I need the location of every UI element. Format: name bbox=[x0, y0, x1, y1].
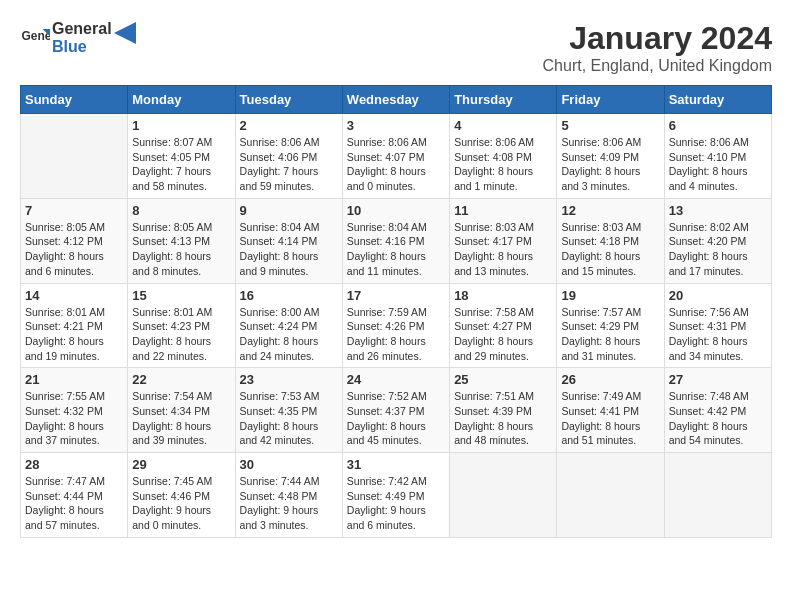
day-number: 7 bbox=[25, 203, 123, 218]
day-info: Sunrise: 8:01 AMSunset: 4:23 PMDaylight:… bbox=[132, 305, 230, 364]
day-number: 17 bbox=[347, 288, 445, 303]
day-info: Sunrise: 7:49 AMSunset: 4:41 PMDaylight:… bbox=[561, 389, 659, 448]
calendar-cell: 5Sunrise: 8:06 AMSunset: 4:09 PMDaylight… bbox=[557, 114, 664, 199]
day-number: 23 bbox=[240, 372, 338, 387]
calendar-cell: 23Sunrise: 7:53 AMSunset: 4:35 PMDayligh… bbox=[235, 368, 342, 453]
day-info: Sunrise: 8:05 AMSunset: 4:12 PMDaylight:… bbox=[25, 220, 123, 279]
day-number: 2 bbox=[240, 118, 338, 133]
calendar-week-row: 21Sunrise: 7:55 AMSunset: 4:32 PMDayligh… bbox=[21, 368, 772, 453]
day-number: 6 bbox=[669, 118, 767, 133]
calendar-cell: 13Sunrise: 8:02 AMSunset: 4:20 PMDayligh… bbox=[664, 198, 771, 283]
calendar-cell: 11Sunrise: 8:03 AMSunset: 4:17 PMDayligh… bbox=[450, 198, 557, 283]
day-number: 22 bbox=[132, 372, 230, 387]
day-info: Sunrise: 8:06 AMSunset: 4:06 PMDaylight:… bbox=[240, 135, 338, 194]
calendar-cell bbox=[450, 453, 557, 538]
calendar-cell: 21Sunrise: 7:55 AMSunset: 4:32 PMDayligh… bbox=[21, 368, 128, 453]
weekday-header-sunday: Sunday bbox=[21, 86, 128, 114]
weekday-header-monday: Monday bbox=[128, 86, 235, 114]
day-info: Sunrise: 7:58 AMSunset: 4:27 PMDaylight:… bbox=[454, 305, 552, 364]
day-info: Sunrise: 8:03 AMSunset: 4:17 PMDaylight:… bbox=[454, 220, 552, 279]
weekday-header-thursday: Thursday bbox=[450, 86, 557, 114]
month-title: January 2024 bbox=[543, 20, 772, 57]
day-info: Sunrise: 7:55 AMSunset: 4:32 PMDaylight:… bbox=[25, 389, 123, 448]
day-info: Sunrise: 7:56 AMSunset: 4:31 PMDaylight:… bbox=[669, 305, 767, 364]
day-info: Sunrise: 8:03 AMSunset: 4:18 PMDaylight:… bbox=[561, 220, 659, 279]
day-info: Sunrise: 7:42 AMSunset: 4:49 PMDaylight:… bbox=[347, 474, 445, 533]
day-number: 19 bbox=[561, 288, 659, 303]
calendar-cell: 16Sunrise: 8:00 AMSunset: 4:24 PMDayligh… bbox=[235, 283, 342, 368]
day-info: Sunrise: 8:07 AMSunset: 4:05 PMDaylight:… bbox=[132, 135, 230, 194]
location-text: Churt, England, United Kingdom bbox=[543, 57, 772, 75]
calendar-week-row: 7Sunrise: 8:05 AMSunset: 4:12 PMDaylight… bbox=[21, 198, 772, 283]
day-info: Sunrise: 7:53 AMSunset: 4:35 PMDaylight:… bbox=[240, 389, 338, 448]
calendar-cell: 15Sunrise: 8:01 AMSunset: 4:23 PMDayligh… bbox=[128, 283, 235, 368]
logo-icon: General bbox=[20, 23, 50, 53]
logo-general-text: General bbox=[52, 20, 112, 38]
day-info: Sunrise: 8:02 AMSunset: 4:20 PMDaylight:… bbox=[669, 220, 767, 279]
day-number: 8 bbox=[132, 203, 230, 218]
day-info: Sunrise: 8:06 AMSunset: 4:09 PMDaylight:… bbox=[561, 135, 659, 194]
day-info: Sunrise: 7:44 AMSunset: 4:48 PMDaylight:… bbox=[240, 474, 338, 533]
day-number: 4 bbox=[454, 118, 552, 133]
day-info: Sunrise: 7:51 AMSunset: 4:39 PMDaylight:… bbox=[454, 389, 552, 448]
calendar-cell: 31Sunrise: 7:42 AMSunset: 4:49 PMDayligh… bbox=[342, 453, 449, 538]
day-info: Sunrise: 8:06 AMSunset: 4:10 PMDaylight:… bbox=[669, 135, 767, 194]
day-info: Sunrise: 7:54 AMSunset: 4:34 PMDaylight:… bbox=[132, 389, 230, 448]
calendar-table: SundayMondayTuesdayWednesdayThursdayFrid… bbox=[20, 85, 772, 538]
day-number: 26 bbox=[561, 372, 659, 387]
day-number: 25 bbox=[454, 372, 552, 387]
calendar-cell: 24Sunrise: 7:52 AMSunset: 4:37 PMDayligh… bbox=[342, 368, 449, 453]
day-info: Sunrise: 7:59 AMSunset: 4:26 PMDaylight:… bbox=[347, 305, 445, 364]
day-number: 21 bbox=[25, 372, 123, 387]
day-number: 30 bbox=[240, 457, 338, 472]
day-info: Sunrise: 7:52 AMSunset: 4:37 PMDaylight:… bbox=[347, 389, 445, 448]
calendar-cell: 1Sunrise: 8:07 AMSunset: 4:05 PMDaylight… bbox=[128, 114, 235, 199]
calendar-header-row: SundayMondayTuesdayWednesdayThursdayFrid… bbox=[21, 86, 772, 114]
day-number: 10 bbox=[347, 203, 445, 218]
day-number: 14 bbox=[25, 288, 123, 303]
calendar-cell: 27Sunrise: 7:48 AMSunset: 4:42 PMDayligh… bbox=[664, 368, 771, 453]
calendar-cell: 8Sunrise: 8:05 AMSunset: 4:13 PMDaylight… bbox=[128, 198, 235, 283]
logo-blue-text: Blue bbox=[52, 38, 112, 56]
weekday-header-wednesday: Wednesday bbox=[342, 86, 449, 114]
calendar-week-row: 1Sunrise: 8:07 AMSunset: 4:05 PMDaylight… bbox=[21, 114, 772, 199]
calendar-cell: 14Sunrise: 8:01 AMSunset: 4:21 PMDayligh… bbox=[21, 283, 128, 368]
day-number: 11 bbox=[454, 203, 552, 218]
day-info: Sunrise: 7:47 AMSunset: 4:44 PMDaylight:… bbox=[25, 474, 123, 533]
calendar-cell: 12Sunrise: 8:03 AMSunset: 4:18 PMDayligh… bbox=[557, 198, 664, 283]
day-info: Sunrise: 8:05 AMSunset: 4:13 PMDaylight:… bbox=[132, 220, 230, 279]
logo: General General Blue bbox=[20, 20, 136, 55]
calendar-cell: 10Sunrise: 8:04 AMSunset: 4:16 PMDayligh… bbox=[342, 198, 449, 283]
calendar-cell: 7Sunrise: 8:05 AMSunset: 4:12 PMDaylight… bbox=[21, 198, 128, 283]
day-info: Sunrise: 8:01 AMSunset: 4:21 PMDaylight:… bbox=[25, 305, 123, 364]
day-info: Sunrise: 7:48 AMSunset: 4:42 PMDaylight:… bbox=[669, 389, 767, 448]
day-info: Sunrise: 7:57 AMSunset: 4:29 PMDaylight:… bbox=[561, 305, 659, 364]
day-number: 20 bbox=[669, 288, 767, 303]
calendar-cell: 3Sunrise: 8:06 AMSunset: 4:07 PMDaylight… bbox=[342, 114, 449, 199]
calendar-cell: 9Sunrise: 8:04 AMSunset: 4:14 PMDaylight… bbox=[235, 198, 342, 283]
day-info: Sunrise: 8:00 AMSunset: 4:24 PMDaylight:… bbox=[240, 305, 338, 364]
day-number: 27 bbox=[669, 372, 767, 387]
calendar-cell: 4Sunrise: 8:06 AMSunset: 4:08 PMDaylight… bbox=[450, 114, 557, 199]
day-number: 13 bbox=[669, 203, 767, 218]
svg-marker-3 bbox=[114, 22, 136, 44]
calendar-cell bbox=[664, 453, 771, 538]
title-block: January 2024 Churt, England, United King… bbox=[543, 20, 772, 75]
calendar-cell: 6Sunrise: 8:06 AMSunset: 4:10 PMDaylight… bbox=[664, 114, 771, 199]
day-info: Sunrise: 7:45 AMSunset: 4:46 PMDaylight:… bbox=[132, 474, 230, 533]
day-info: Sunrise: 8:04 AMSunset: 4:16 PMDaylight:… bbox=[347, 220, 445, 279]
day-number: 18 bbox=[454, 288, 552, 303]
calendar-cell: 2Sunrise: 8:06 AMSunset: 4:06 PMDaylight… bbox=[235, 114, 342, 199]
day-number: 9 bbox=[240, 203, 338, 218]
page-header: General General Blue January 2024 Churt,… bbox=[20, 20, 772, 75]
calendar-cell: 19Sunrise: 7:57 AMSunset: 4:29 PMDayligh… bbox=[557, 283, 664, 368]
weekday-header-tuesday: Tuesday bbox=[235, 86, 342, 114]
day-info: Sunrise: 8:06 AMSunset: 4:07 PMDaylight:… bbox=[347, 135, 445, 194]
calendar-cell: 26Sunrise: 7:49 AMSunset: 4:41 PMDayligh… bbox=[557, 368, 664, 453]
calendar-cell: 17Sunrise: 7:59 AMSunset: 4:26 PMDayligh… bbox=[342, 283, 449, 368]
weekday-header-friday: Friday bbox=[557, 86, 664, 114]
day-number: 1 bbox=[132, 118, 230, 133]
day-number: 24 bbox=[347, 372, 445, 387]
day-number: 31 bbox=[347, 457, 445, 472]
day-number: 28 bbox=[25, 457, 123, 472]
